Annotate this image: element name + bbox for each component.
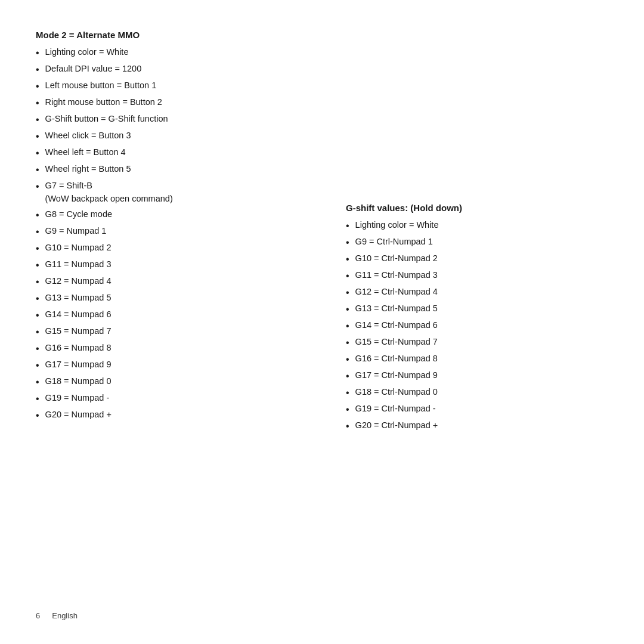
bullet-icon: • — [346, 236, 349, 250]
item-text: G20 = Numpad + — [45, 408, 112, 422]
bullet-icon: • — [346, 269, 349, 283]
bullet-icon: • — [346, 369, 349, 383]
footer-page-number: 6 — [36, 611, 40, 620]
list-item: •G9 = Numpad 1 — [36, 225, 322, 239]
bullet-icon: • — [36, 408, 39, 423]
right-column: G-shift values: (Hold down) •Lighting co… — [322, 24, 608, 599]
list-item: •G15 = Numpad 7 — [36, 325, 322, 339]
item-text: G16 = Ctrl-Numpad 8 — [355, 352, 438, 366]
item-text: Wheel left = Button 4 — [45, 146, 126, 159]
main-area: Mode 2 = Alternate MMO •Lighting color =… — [36, 24, 608, 599]
bullet-icon: • — [346, 352, 349, 367]
item-text: G9 = Numpad 1 — [45, 225, 107, 238]
item-text: G18 = Numpad 0 — [45, 375, 112, 388]
bullet-icon: • — [36, 342, 39, 356]
bullet-icon: • — [36, 308, 39, 323]
right-bullet-list: •Lighting color = White•G9 = Ctrl-Numpad… — [346, 219, 608, 434]
list-item: •G14 = Numpad 6 — [36, 308, 322, 323]
page-content: Mode 2 = Alternate MMO •Lighting color =… — [0, 0, 644, 644]
list-item: •G19 = Ctrl-Numpad - — [346, 402, 608, 417]
list-item: •G10 = Numpad 2 — [36, 242, 322, 256]
bullet-icon: • — [36, 179, 39, 194]
item-text: Wheel right = Button 5 — [45, 163, 131, 176]
item-text: G10 = Ctrl-Numpad 2 — [355, 252, 438, 265]
list-item: •G15 = Ctrl-Numpad 7 — [346, 336, 608, 350]
list-item: •G11 = Numpad 3 — [36, 258, 322, 273]
list-item: •G13 = Numpad 5 — [36, 292, 322, 306]
list-item: •G20 = Numpad + — [36, 408, 322, 423]
bullet-icon: • — [36, 375, 39, 389]
bullet-icon: • — [36, 392, 39, 406]
list-item: •G19 = Numpad - — [36, 392, 322, 406]
bullet-icon: • — [36, 63, 39, 77]
list-item: •Right mouse button = Button 2 — [36, 96, 322, 110]
left-bullet-list: •Lighting color = White•Default DPI valu… — [36, 46, 322, 423]
list-item: •Wheel right = Button 5 — [36, 163, 322, 177]
bullet-icon: • — [346, 302, 349, 317]
item-text: G15 = Ctrl-Numpad 7 — [355, 336, 438, 349]
bullet-icon: • — [346, 336, 349, 350]
bullet-icon: • — [36, 275, 39, 289]
bullet-icon: • — [36, 113, 39, 127]
item-text: G14 = Numpad 6 — [45, 308, 112, 321]
item-text: G13 = Numpad 5 — [45, 292, 112, 305]
list-item: •G11 = Ctrl-Numpad 3 — [346, 269, 608, 283]
item-text: G15 = Numpad 7 — [45, 325, 112, 338]
list-item: •G17 = Ctrl-Numpad 9 — [346, 369, 608, 383]
item-text: Lighting color = White — [45, 46, 129, 59]
item-text: G9 = Ctrl-Numpad 1 — [355, 236, 433, 249]
footer: 6 English — [36, 599, 608, 620]
item-text: G17 = Ctrl-Numpad 9 — [355, 369, 438, 382]
bullet-icon: • — [346, 419, 349, 434]
bullet-icon: • — [36, 129, 39, 144]
item-text: G16 = Numpad 8 — [45, 342, 112, 355]
bullet-icon: • — [36, 325, 39, 339]
bullet-icon: • — [36, 79, 39, 94]
bullet-icon: • — [36, 358, 39, 373]
bullet-icon: • — [36, 96, 39, 110]
item-text: G11 = Ctrl-Numpad 3 — [355, 269, 438, 282]
list-item: •G14 = Ctrl-Numpad 6 — [346, 319, 608, 333]
item-text: Lighting color = White — [355, 219, 439, 232]
item-text: G17 = Numpad 9 — [45, 358, 112, 371]
bullet-icon: • — [36, 208, 39, 222]
list-item: •G18 = Ctrl-Numpad 0 — [346, 386, 608, 400]
list-item: •Wheel left = Button 4 — [36, 146, 322, 160]
list-item: •Lighting color = White — [346, 219, 608, 233]
list-item: •Default DPI value = 1200 — [36, 63, 322, 77]
item-text: Left mouse button = Button 1 — [45, 79, 157, 92]
bullet-icon: • — [346, 286, 349, 300]
bullet-icon: • — [346, 319, 349, 333]
item-text: G10 = Numpad 2 — [45, 242, 112, 255]
bullet-icon: • — [36, 242, 39, 256]
item-text: G14 = Ctrl-Numpad 6 — [355, 319, 438, 332]
bullet-icon: • — [36, 292, 39, 306]
item-sub-text: (WoW backpack open command) — [45, 193, 173, 206]
item-text: G11 = Numpad 3 — [45, 258, 112, 271]
list-item: •G16 = Numpad 8 — [36, 342, 322, 356]
item-text: G12 = Numpad 4 — [45, 275, 112, 288]
list-item: •G9 = Ctrl-Numpad 1 — [346, 236, 608, 250]
bullet-icon: • — [346, 219, 349, 233]
left-column: Mode 2 = Alternate MMO •Lighting color =… — [36, 24, 322, 599]
item-text: G-Shift button = G-Shift function — [45, 113, 168, 126]
list-item: •G16 = Ctrl-Numpad 8 — [346, 352, 608, 367]
item-text: G20 = Ctrl-Numpad + — [355, 419, 438, 432]
item-text: G8 = Cycle mode — [45, 208, 112, 221]
item-text: Right mouse button = Button 2 — [45, 96, 162, 109]
list-item: •G18 = Numpad 0 — [36, 375, 322, 389]
bullet-icon: • — [36, 225, 39, 239]
list-item: •G8 = Cycle mode — [36, 208, 322, 222]
bullet-icon: • — [346, 252, 349, 267]
list-item: •G7 = Shift-B(WoW backpack open command) — [36, 179, 322, 206]
item-text: Wheel click = Button 3 — [45, 129, 131, 143]
item-text: G18 = Ctrl-Numpad 0 — [355, 386, 438, 399]
list-item: •Lighting color = White — [36, 46, 322, 60]
bullet-icon: • — [36, 258, 39, 273]
list-item: •G12 = Numpad 4 — [36, 275, 322, 289]
item-text: G19 = Ctrl-Numpad - — [355, 402, 436, 416]
list-item: •G17 = Numpad 9 — [36, 358, 322, 373]
right-section-title: G-shift values: (Hold down) — [346, 203, 608, 213]
bullet-icon: • — [36, 163, 39, 177]
item-text: G13 = Ctrl-Numpad 5 — [355, 302, 438, 315]
